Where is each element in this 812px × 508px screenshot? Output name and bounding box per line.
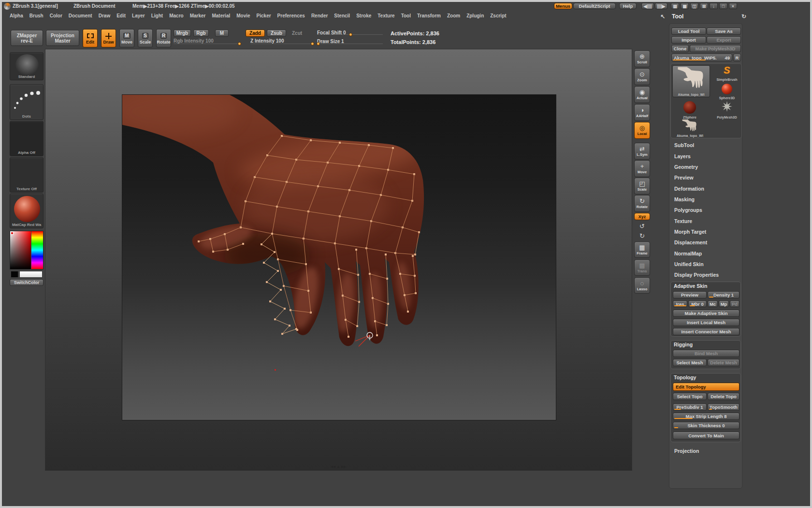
topology-header[interactable]: Topology — [674, 374, 696, 380]
toposmooth-slider[interactable]: TopoSmooth — [708, 403, 740, 411]
insert-local-mesh-button[interactable]: Insert Local Mesh — [673, 319, 740, 326]
tool-item-zsphere[interactable]: ZSphere — [677, 101, 703, 119]
move-mode-button[interactable]: M Move — [119, 29, 134, 47]
menu-item-tool[interactable]: Tool — [401, 13, 411, 18]
color-picker[interactable] — [10, 231, 44, 269]
lock-icon[interactable]: ⊠ — [700, 3, 708, 9]
make-polymesh3d-button[interactable]: Make PolyMesh3D — [690, 45, 741, 52]
shelf-button-move[interactable]: + Move — [634, 160, 650, 177]
ires-slider[interactable]: Ires — [673, 300, 687, 307]
rgb-button[interactable]: Rgb — [193, 30, 209, 37]
alpha-selector[interactable]: Alpha Off — [10, 121, 44, 156]
scale-mode-button[interactable]: S Scale — [138, 29, 153, 47]
rotate-mode-button[interactable]: R Rotate — [156, 29, 171, 47]
menu-item-edit[interactable]: Edit — [116, 13, 126, 18]
menu-item-zoom[interactable]: Zoom — [447, 13, 460, 18]
clone-button[interactable]: Clone — [671, 45, 689, 52]
active-tool-thumbnail[interactable]: Akuma_topo_WI — [672, 65, 710, 97]
panel-back-icon[interactable]: ↖ — [660, 13, 665, 20]
shelf-button-lasso[interactable]: ◌ Lasso — [634, 277, 650, 294]
tool-section-preview[interactable]: Preview — [670, 172, 742, 183]
brush-selector[interactable]: Standard — [10, 52, 44, 80]
density-slider[interactable]: Density 1 — [708, 291, 740, 299]
select-mesh-button[interactable]: Select Mesh — [673, 359, 707, 366]
shelf-button-trans[interactable]: ▩ Trans — [634, 259, 650, 276]
menu-item-zplugin[interactable]: Zplugin — [466, 13, 484, 18]
document-canvas[interactable] — [122, 95, 556, 420]
menu-item-transform[interactable]: Transform — [417, 13, 441, 18]
r-toggle-button[interactable]: R — [733, 54, 741, 61]
menu-item-stroke[interactable]: Stroke — [356, 13, 371, 18]
bind-mesh-button[interactable]: Bind Mesh — [673, 350, 740, 357]
shelf-button-aahalf[interactable]: ◑ AAHalf — [634, 104, 650, 121]
insert-connector-mesh-button[interactable]: Insert Connector Mesh — [673, 328, 740, 335]
projection-master-button[interactable]: Projection Master — [46, 30, 79, 46]
panel-cycle-icon[interactable]: ↻ — [741, 13, 746, 20]
make-adaptive-skin-button[interactable]: Make Adaptive Skin — [673, 310, 740, 317]
stroke-selector[interactable]: Dots — [10, 84, 44, 120]
canvas-scrollbar[interactable]: ◂◂ ▴ ▸▸ — [45, 464, 632, 469]
tool-item-polymesh3d[interactable]: PolyMesh3D — [713, 101, 740, 119]
menu-item-picker[interactable]: Picker — [257, 13, 271, 18]
adaptive-preview-button[interactable]: Preview — [673, 291, 707, 299]
export-button[interactable]: Export — [707, 36, 741, 44]
import-button[interactable]: Import — [671, 36, 706, 44]
menu-item-preferences[interactable]: Preferences — [277, 13, 305, 18]
menu-item-movie[interactable]: Movie — [236, 13, 250, 18]
shelf-button-scroll[interactable]: ⊕ Scroll — [634, 50, 650, 67]
spin-right-button[interactable]: ↻ — [634, 231, 650, 240]
texture-selector[interactable]: Texture Off — [10, 157, 44, 193]
menu-item-draw[interactable]: Draw — [99, 13, 110, 18]
menu-item-marker[interactable]: Marker — [190, 13, 206, 18]
minimize-icon[interactable]: ↓ — [710, 3, 718, 9]
z-intensity-knob[interactable] — [311, 42, 314, 45]
menu-item-render[interactable]: Render — [311, 13, 328, 18]
select-topo-button[interactable]: Select Topo — [673, 393, 707, 400]
menus-button[interactable]: Menus — [554, 3, 572, 9]
shelf-button-actual[interactable]: ◉ Actual — [634, 86, 650, 103]
menu-item-light[interactable]: Light — [151, 13, 163, 18]
menu-item-document[interactable]: Document — [69, 13, 92, 18]
m-button[interactable]: M — [215, 30, 229, 37]
close-icon[interactable]: × — [729, 3, 737, 9]
skin-thickness-slider[interactable]: Skin Thickness 0 — [673, 422, 740, 429]
tool-section-normalmap[interactable]: NormalMap — [670, 248, 742, 258]
draw-mode-button[interactable]: Draw — [101, 29, 116, 47]
zsub-button[interactable]: Zsub — [267, 30, 286, 37]
material-selector[interactable]: MatCap Red Wa — [10, 194, 44, 228]
tool-section-masking[interactable]: Masking — [670, 194, 742, 205]
shelf-button-frame[interactable]: ▦ Frame — [634, 241, 650, 258]
tool-section-texture[interactable]: Texture — [670, 215, 742, 226]
presubdiv-slider[interactable]: PreSubdiv 1 — [673, 403, 707, 411]
tool-section-morph-target[interactable]: Morph Target — [670, 226, 742, 237]
menu-item-alpha[interactable]: Alpha — [10, 13, 23, 18]
switch-color-button[interactable]: SwitchColor — [10, 279, 44, 286]
edit-topology-button[interactable]: Edit Topology — [673, 383, 740, 391]
tool-section-deformation[interactable]: Deformation — [670, 183, 742, 194]
shelf-button-lsym[interactable]: ⇄ L.Sym — [634, 143, 650, 160]
tool-section-display-properties[interactable]: Display Properties — [670, 269, 742, 280]
tool-item-akuma-topo[interactable]: Akuma_topo_WI — [677, 119, 703, 137]
load-tool-button[interactable]: Load Tool — [671, 28, 706, 35]
mbr-slider[interactable]: Mbr 0 — [688, 300, 707, 307]
menu-item-texture[interactable]: Texture — [377, 13, 394, 18]
tool-section-polygroups[interactable]: Polygroups — [670, 205, 742, 215]
zcut-button[interactable]: Zcut — [292, 30, 302, 36]
hue-strip[interactable] — [31, 231, 43, 269]
menu-item-stencil[interactable]: Stencil — [334, 13, 350, 18]
shelf-scroll-left-button[interactable]: ◀|||| — [641, 3, 654, 9]
mc-button[interactable]: Mc — [708, 300, 718, 307]
projection-section[interactable]: Projection — [670, 446, 742, 456]
shelf-button-rotate[interactable]: ↻ Rotate — [634, 195, 650, 212]
tool-section-layers[interactable]: Layers — [670, 150, 742, 161]
mp-button[interactable]: Mp — [719, 300, 729, 307]
adaptive-skin-header[interactable]: Adaptive Skin — [674, 283, 707, 289]
menu-item-color[interactable]: Color — [50, 13, 62, 18]
tool-name-slider[interactable]: Akuma_topo_WIP5. 49 — [671, 54, 732, 61]
split-view-icon[interactable]: ◫ — [690, 3, 698, 9]
menu-item-brush[interactable]: Brush — [29, 13, 44, 18]
shelf-button-scale[interactable]: ◰ Scale — [634, 178, 650, 194]
new-document-icon[interactable]: ▤ — [671, 3, 679, 9]
main-color-swatch[interactable] — [11, 271, 18, 278]
shelf-button-zoom[interactable]: ⊙ Zoom — [634, 68, 650, 85]
